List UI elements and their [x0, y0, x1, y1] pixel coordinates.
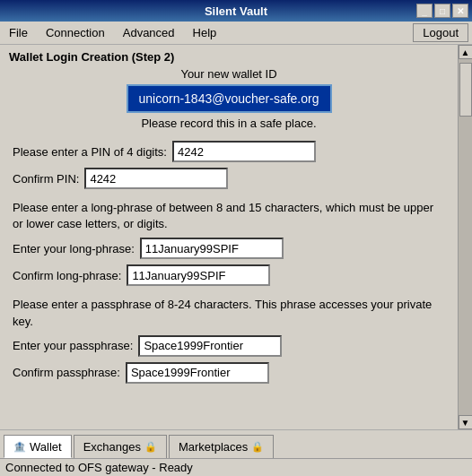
scroll-up-button[interactable]: ▲	[459, 45, 473, 59]
window-controls: _ □ ✕	[416, 4, 468, 18]
exchanges-tab-label: Exchanges	[83, 440, 141, 454]
scroll-thumb[interactable]	[459, 63, 472, 117]
confirm-long-phrase-input[interactable]	[127, 264, 270, 286]
inner-box: Your new wallet ID unicorn-1843@voucher-…	[9, 67, 449, 429]
passphrase-input[interactable]	[138, 335, 282, 357]
exchanges-tab-icon: 🔒	[144, 441, 157, 453]
maximize-button[interactable]: □	[434, 4, 450, 18]
long-phrase-desc: Please enter a long-phrase of between 8 …	[9, 195, 449, 238]
marketplaces-tab-label: Marketplaces	[179, 440, 248, 454]
confirm-passphrase-input[interactable]	[126, 362, 269, 384]
status-text: Connected to OFS gateway - Ready	[5, 461, 193, 474]
confirm-passphrase-label: Confirm passphrase:	[13, 366, 126, 379]
passphrase-row: Enter your passphrase:	[9, 335, 449, 357]
pin-input[interactable]	[172, 141, 316, 162]
logout-button[interactable]: Logout	[413, 23, 468, 42]
breadcrumb: Wallet Login Creation (Step 2)	[0, 45, 458, 67]
close-button[interactable]: ✕	[452, 4, 468, 18]
window-title: Silent Vault	[205, 4, 267, 18]
confirm-pin-row: Confirm PIN:	[9, 168, 449, 189]
scroll-down-button[interactable]: ▼	[459, 415, 473, 429]
passphrase-desc: Please enter a passphrase of 8-24 charac…	[9, 291, 449, 334]
marketplaces-tab-icon: 🔒	[251, 441, 264, 453]
wallet-id-label: Your new wallet ID	[9, 67, 449, 81]
confirm-long-phrase-label: Confirm long-phrase:	[13, 269, 127, 282]
wallet-tab-icon: 🏦	[13, 441, 26, 453]
minimize-button[interactable]: _	[416, 4, 433, 18]
passphrase-label: Enter your passphrase:	[13, 339, 138, 352]
menu-file[interactable]: File	[4, 24, 33, 41]
wallet-id-note: Please record this in a safe place.	[9, 117, 449, 130]
status-bar: Connected to OFS gateway - Ready	[0, 458, 472, 476]
tab-bar: 🏦 Wallet Exchanges 🔒 Marketplaces 🔒	[0, 429, 472, 458]
menu-help[interactable]: Help	[188, 24, 223, 41]
menu-connection[interactable]: Connection	[40, 24, 110, 41]
scrollbar: ▲ ▼	[458, 45, 472, 429]
menu-advanced[interactable]: Advanced	[118, 24, 180, 41]
title-bar: Silent Vault _ □ ✕	[0, 0, 472, 22]
long-phrase-label: Enter your long-phrase:	[13, 242, 140, 255]
confirm-passphrase-row: Confirm passphrase:	[9, 362, 449, 384]
main-panel: Wallet Login Creation (Step 2) Your new …	[0, 45, 458, 429]
confirm-long-phrase-row: Confirm long-phrase:	[9, 264, 449, 286]
long-phrase-input[interactable]	[140, 238, 284, 259]
menu-bar: File Connection Advanced Help Logout	[0, 22, 472, 45]
wallet-tab-label: Wallet	[30, 440, 62, 454]
tab-wallet[interactable]: 🏦 Wallet	[4, 435, 72, 458]
tab-exchanges[interactable]: Exchanges 🔒	[74, 435, 167, 458]
pin-row: Please enter a PIN of 4 digits:	[9, 141, 449, 162]
content-wrapper: Wallet Login Creation (Step 2) Your new …	[0, 45, 472, 429]
long-phrase-row: Enter your long-phrase:	[9, 238, 449, 259]
pin-label: Please enter a PIN of 4 digits:	[13, 145, 172, 159]
tab-marketplaces[interactable]: Marketplaces 🔒	[169, 435, 274, 458]
wallet-id-value: unicorn-1843@voucher-safe.org	[127, 84, 332, 113]
confirm-pin-input[interactable]	[84, 168, 228, 189]
scroll-track[interactable]	[459, 59, 473, 415]
confirm-pin-label: Confirm PIN:	[13, 172, 84, 186]
wallet-id-section: Your new wallet ID unicorn-1843@voucher-…	[9, 67, 449, 130]
